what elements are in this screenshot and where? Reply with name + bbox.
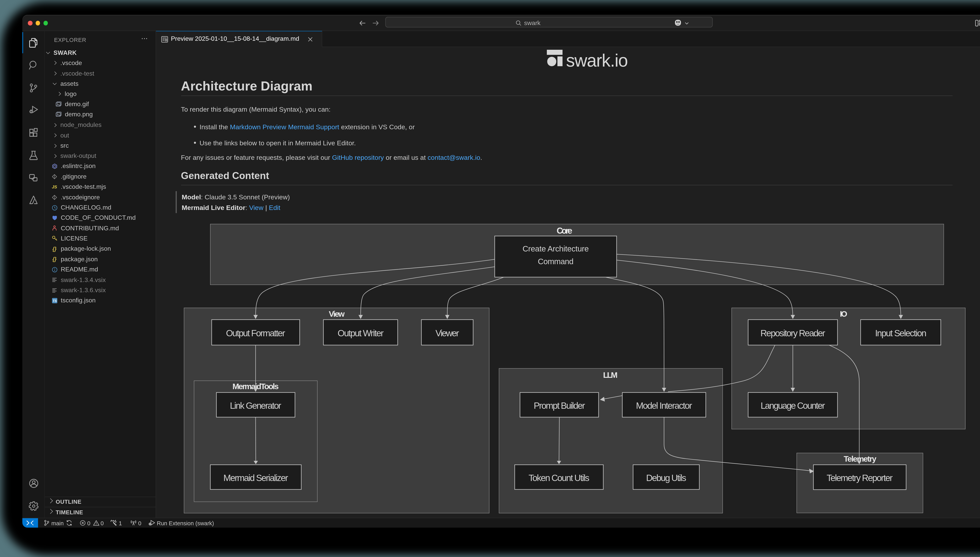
svg-text:Debug Utils: Debug Utils xyxy=(646,473,686,483)
svg-text:Command: Command xyxy=(538,257,573,266)
svg-text:Create Architecture: Create Architecture xyxy=(523,244,589,253)
svg-text:Model Interactor: Model Interactor xyxy=(636,401,692,411)
svg-text:LLM: LLM xyxy=(603,371,617,379)
svg-text:Language Counter: Language Counter xyxy=(761,401,825,411)
svg-text:Token Count Utils: Token Count Utils xyxy=(529,473,590,483)
svg-text:IO: IO xyxy=(840,309,847,318)
svg-text:Core: Core xyxy=(557,226,572,235)
svg-text:Telemetry Reporter: Telemetry Reporter xyxy=(826,473,893,483)
svg-text:Input Selection: Input Selection xyxy=(875,328,926,338)
svg-text:Prompt Builder: Prompt Builder xyxy=(534,401,585,411)
svg-text:TS: TS xyxy=(52,299,57,303)
svg-text:Mermaid Serializer: Mermaid Serializer xyxy=(224,473,288,483)
svg-text:Viewer: Viewer xyxy=(436,328,459,338)
svg-text:View: View xyxy=(329,309,345,318)
svg-text:Repository Reader: Repository Reader xyxy=(761,328,825,338)
svg-text:Link Generator: Link Generator xyxy=(230,401,281,411)
svg-text:Output Formatter: Output Formatter xyxy=(226,328,285,338)
svg-text:Output Writer: Output Writer xyxy=(338,328,384,338)
